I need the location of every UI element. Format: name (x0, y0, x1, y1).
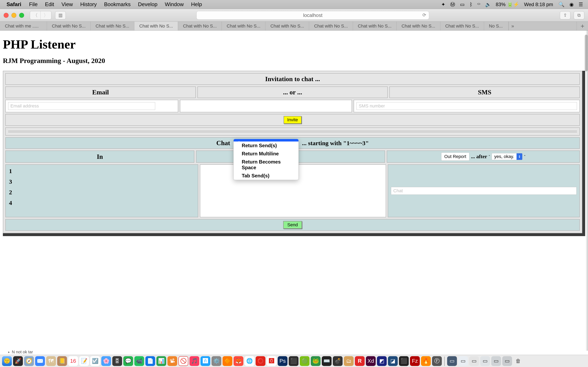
tab-10[interactable]: Chat with No S... (440, 22, 484, 30)
chat-mode-option-0[interactable] (233, 139, 298, 142)
dock-keynote-icon[interactable]: 📽 (167, 356, 177, 366)
menu-develop[interactable]: Develop (134, 1, 161, 8)
dock-filezilla-icon[interactable]: Fz (410, 356, 420, 366)
chat-mode-option-1[interactable]: Return Send(s) (233, 142, 298, 150)
dock-finder-icon[interactable]: 🙂 (2, 356, 12, 366)
dock-icon-25[interactable]: 🅾 (267, 356, 277, 366)
dock-reminders-icon[interactable]: ☑️ (90, 356, 100, 366)
dock-icon-40[interactable]: Ⓕ (432, 356, 442, 366)
volume-icon[interactable]: 🔈 (483, 2, 494, 7)
spotlight-icon[interactable]: 🔍 (556, 2, 567, 7)
finder-window-peek[interactable]: ▸ N not ok tar (8, 350, 33, 354)
tab-7[interactable]: Chat with No S... (309, 22, 353, 30)
dock-opera-icon[interactable]: ⭕ (256, 356, 265, 366)
chat-mode-option-3[interactable]: Return Becomes Space (233, 158, 298, 172)
dock-min-5[interactable]: ▭ (491, 356, 501, 366)
dock-messages-icon[interactable]: 💬 (123, 356, 133, 366)
dock-icon-31[interactable]: 💣 (333, 356, 343, 366)
dock-icon-35[interactable]: ◩ (377, 356, 387, 366)
dock-icon-36[interactable]: ◪ (388, 356, 398, 366)
wifi-icon[interactable]: ⌔ (475, 2, 483, 7)
mbar-icon-1[interactable]: ✦ (439, 2, 448, 7)
dock-icon-39[interactable]: 🔥 (421, 356, 431, 366)
dock-icon-17[interactable]: 🚫 (178, 356, 188, 366)
dock-icon-22[interactable]: 🦊 (233, 356, 243, 366)
tab-11[interactable]: No S... (484, 22, 509, 30)
dock-facetime-icon[interactable]: 📹 (134, 356, 144, 366)
dock-notes-icon[interactable]: 📝 (79, 356, 89, 366)
dock-contacts-icon[interactable]: 📒 (57, 356, 67, 366)
dock-icon-21[interactable]: 🔶 (223, 356, 232, 366)
dock-launchpad-icon[interactable]: 🚀 (13, 356, 23, 366)
chat-mode-dropdown[interactable]: Return Send(s) Return Multiline Return B… (233, 139, 299, 180)
dock-icon-11[interactable]: 🎛 (112, 356, 122, 366)
chat-out-input[interactable] (391, 187, 577, 195)
reload-button[interactable]: ⟳ (423, 12, 426, 18)
after-select[interactable]: yes, okay. ▲▼ (492, 153, 522, 160)
dock-trash-icon[interactable]: 🗑 (513, 356, 523, 366)
tab-0[interactable]: Chat with me ..... (0, 22, 47, 30)
dock-terminal-icon[interactable]: ⌨️ (322, 356, 332, 366)
new-tab-button[interactable]: ＋ (577, 22, 588, 30)
tab-9[interactable]: Chat with No S... (397, 22, 440, 30)
menubar-clock[interactable]: Wed 8:18 pm (521, 2, 556, 7)
menu-bookmarks[interactable]: Bookmarks (100, 1, 134, 8)
window-minimize-button[interactable] (11, 13, 16, 18)
dock-numbers-icon[interactable]: 📊 (156, 356, 166, 366)
dock-icon-28[interactable]: 🟢 (300, 356, 310, 366)
dock-calendar-icon[interactable]: 16 (68, 356, 78, 366)
dock-mail-icon[interactable]: ✉️ (35, 356, 45, 366)
dock-photos-icon[interactable]: 🌸 (101, 356, 111, 366)
sms-input[interactable] (356, 102, 577, 110)
dock-min-4[interactable]: ▭ (480, 356, 490, 366)
dock-icon-29[interactable]: 🐸 (311, 356, 320, 366)
dock-icon-37[interactable]: ⬛ (399, 356, 409, 366)
menu-help[interactable]: Help (187, 1, 206, 8)
chat-mode-option-4[interactable]: Tab Send(s) (233, 172, 298, 180)
notification-center-icon[interactable]: ☰ (576, 2, 586, 7)
dock-settings-icon[interactable]: ⚙️ (212, 356, 221, 366)
window-close-button[interactable] (4, 13, 9, 18)
menu-file[interactable]: File (25, 1, 41, 8)
share-button[interactable]: ⇪ (560, 11, 571, 19)
email-input[interactable] (8, 102, 155, 110)
dock-maps-icon[interactable]: 🗺 (46, 356, 56, 366)
menubar-app-name[interactable]: Safari (7, 1, 25, 8)
dock-safari-icon[interactable]: 🧭 (24, 356, 34, 366)
menu-history[interactable]: History (77, 1, 100, 8)
dock-icon-27[interactable]: ⬛ (289, 356, 298, 366)
address-bar[interactable]: localhost ⟳ (196, 11, 429, 20)
dock-min-2[interactable]: ▭ (458, 356, 468, 366)
dock-min-3[interactable]: ▭ (469, 356, 479, 366)
menu-window[interactable]: Window (161, 1, 187, 8)
chat-mode-option-2[interactable]: Return Multiline (233, 150, 298, 158)
airplay-icon[interactable]: ▭ (458, 2, 467, 7)
mbar-icon-2[interactable]: Ⓜ (448, 1, 458, 8)
dock-xd-icon[interactable]: Xd (366, 356, 376, 366)
menu-view[interactable]: View (58, 1, 77, 8)
tab-2[interactable]: Chat with No S... (91, 22, 134, 30)
dock-icon-32[interactable]: 🗂 (344, 356, 354, 366)
battery-status[interactable]: 83% 🔋⚡ (494, 2, 521, 7)
invite-button[interactable]: Invite (284, 116, 302, 124)
window-zoom-button[interactable] (19, 13, 24, 18)
tab-overflow-button[interactable]: » (509, 22, 517, 30)
tab-1[interactable]: Chat with No S... (47, 22, 91, 30)
tab-4[interactable]: Chat with No S... (178, 22, 222, 30)
bluetooth-icon[interactable]: ᛒ (467, 2, 475, 7)
menu-edit[interactable]: Edit (41, 1, 58, 8)
sidebar-toggle-button[interactable]: ▥ (55, 11, 66, 19)
dock-appstore-icon[interactable]: 🅰 (200, 356, 210, 366)
send-button[interactable]: Send (283, 221, 302, 229)
tab-6[interactable]: Chat with No S... (265, 22, 309, 30)
dock-music-icon[interactable]: 🎵 (190, 356, 199, 366)
dock-ps-icon[interactable]: Ps (278, 356, 287, 366)
tab-3[interactable]: Chat with No S... (134, 22, 178, 30)
siri-icon[interactable]: ◉ (567, 2, 576, 7)
dock-min-6[interactable]: ▭ (502, 356, 512, 366)
tab-8[interactable]: Chat with No S... (353, 22, 397, 30)
dock-icon-r[interactable]: R (355, 356, 365, 366)
show-tabs-button[interactable]: ⧉ (574, 11, 584, 19)
tab-5[interactable]: Chat with No S... (222, 22, 265, 30)
back-button[interactable]: 〈 (30, 11, 41, 19)
